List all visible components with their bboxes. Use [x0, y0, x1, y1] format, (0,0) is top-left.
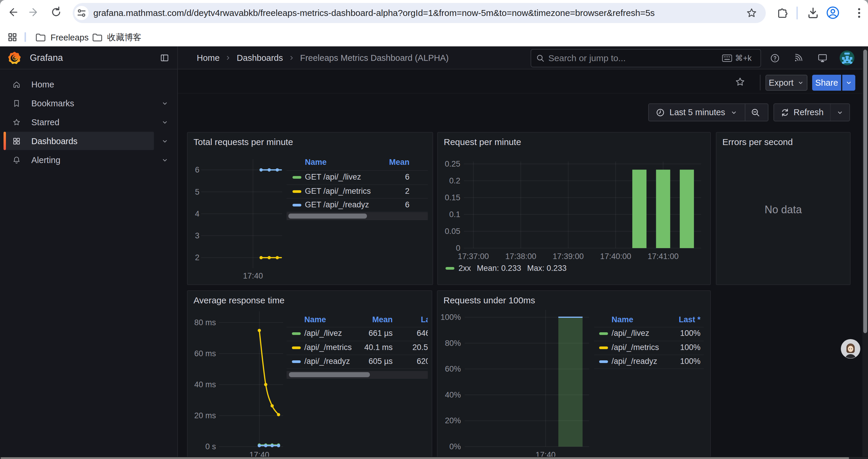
refresh-interval-button[interactable]	[831, 104, 849, 121]
panel-total-requests[interactable]: Total requests per minute 2345617:40 Nam…	[187, 132, 433, 285]
reload-icon[interactable]	[50, 6, 62, 18]
legend-col-name[interactable]: Name	[304, 315, 326, 324]
export-button[interactable]: Export	[766, 75, 807, 91]
series-marker	[445, 267, 454, 270]
org-avatar[interactable]	[840, 51, 855, 65]
svg-text:0.2: 0.2	[449, 176, 460, 185]
svg-text:0.05: 0.05	[445, 227, 460, 236]
chevron-down-icon[interactable]	[161, 119, 169, 126]
chevron-down-icon[interactable]	[161, 156, 169, 164]
help-icon[interactable]	[770, 54, 780, 63]
menu-kebab-icon[interactable]	[852, 6, 866, 20]
grafana-logo[interactable]	[8, 52, 21, 64]
legend-series-name[interactable]: /api/_/metrics	[304, 343, 352, 352]
chevron-down-icon[interactable]	[161, 100, 169, 107]
legend-series-name[interactable]: GET /api/_/livez	[305, 172, 361, 182]
svg-text:0.15: 0.15	[445, 193, 460, 202]
breadcrumb-dashboards[interactable]: Dashboards	[237, 53, 283, 63]
legend-col-name[interactable]: Name	[612, 315, 633, 324]
apps-grid-icon[interactable]	[8, 32, 17, 42]
legend-series-name[interactable]: /api/_/readyz	[612, 357, 657, 366]
legend-series-last: 100%	[680, 329, 701, 338]
legend-col-name[interactable]: Name	[305, 158, 327, 167]
bookmark-label: 收藏博客	[107, 32, 142, 43]
profile-icon[interactable]	[826, 6, 840, 20]
address-bar[interactable]: grafana.mathmast.com/d/deytv4rwavabkb/fr…	[73, 3, 766, 23]
favorite-star-icon[interactable]	[735, 76, 745, 87]
forward-icon[interactable]	[28, 6, 40, 18]
legend-col-mean[interactable]: Mean	[370, 315, 393, 324]
active-item-accent	[4, 132, 6, 150]
bookmark-star-icon[interactable]	[746, 7, 757, 19]
breadcrumb-home[interactable]: Home	[197, 53, 219, 63]
sidebar-item-dashboards[interactable]: Dashboards	[0, 132, 177, 151]
horizontal-scrollbar-thumb[interactable]	[1, 457, 849, 459]
sidebar-item-starred[interactable]: Starred	[0, 113, 177, 132]
dock-menu-icon[interactable]	[160, 53, 169, 63]
brand-name: Grafana	[30, 46, 63, 69]
panel-avg-response-time[interactable]: Average response time 0 s20 ms40 ms60 ms…	[187, 290, 432, 459]
legend-col-last[interactable]: Last *	[410, 315, 428, 324]
back-icon[interactable]	[6, 6, 18, 18]
controls-divider	[760, 75, 761, 90]
series-marker	[599, 360, 608, 363]
bookmark-folder-freeleaps[interactable]: Freeleaps	[35, 29, 89, 46]
export-label: Export	[769, 78, 794, 88]
vertical-scrollbar-thumb[interactable]	[863, 50, 867, 333]
download-icon[interactable]	[807, 6, 819, 20]
search-input[interactable]: Search or jump to... ⌘+k	[531, 49, 761, 67]
legend-scrollbar-thumb[interactable]	[289, 372, 370, 377]
svg-text:6: 6	[195, 165, 199, 174]
legend-row-divider	[286, 327, 428, 327]
legend-series-name[interactable]: /api/_/livez	[612, 329, 649, 338]
legend-max: Max: 0.233	[527, 264, 567, 273]
legend-col-mean[interactable]: Mean	[389, 158, 409, 167]
grafana-app: Grafana Home Bookmarks Starred	[0, 46, 868, 459]
news-rss-icon[interactable]	[794, 54, 803, 63]
legend-series-name[interactable]: GET /api/_/readyz	[305, 200, 369, 209]
floating-user-avatar[interactable]	[840, 339, 861, 359]
horizontal-scrollbar[interactable]	[0, 457, 868, 459]
legend-series-name[interactable]: /api/_/metrics	[612, 343, 659, 352]
legend-scrollbar-thumb[interactable]	[288, 214, 367, 219]
legend-series-last: 20.5 ms	[405, 343, 428, 352]
panel-title[interactable]: Errors per second	[722, 137, 793, 147]
site-info-button[interactable]	[74, 6, 89, 20]
refresh-button[interactable]: Refresh	[774, 104, 830, 121]
vertical-scrollbar[interactable]	[862, 46, 868, 457]
bookmark-folder-blogs[interactable]: 收藏博客	[92, 29, 142, 46]
sidebar-item-label: Home	[31, 75, 54, 94]
breadcrumb-sep-icon	[225, 55, 231, 61]
svg-text:60%: 60%	[445, 364, 461, 373]
folder-icon	[35, 33, 46, 42]
panel-requests-under-100ms[interactable]: Requests under 100ms 0%20%40%60%80%100%1…	[437, 290, 711, 459]
sidebar-item-home[interactable]: Home	[0, 75, 177, 94]
legend-series-name[interactable]: 2xx	[459, 264, 471, 273]
chevron-down-icon[interactable]	[161, 137, 169, 145]
share-button[interactable]: Share	[812, 75, 841, 91]
chart-canvas[interactable]: 00.050.10.150.20.2517:37:0017:38:0017:39…	[438, 133, 711, 286]
panel-errors-per-second[interactable]: Errors per second No data	[716, 132, 850, 285]
legend-series-name[interactable]: /api/_/readyz	[304, 357, 350, 366]
dashboard-controls: Export Share	[178, 70, 868, 93]
extensions-icon[interactable]	[776, 6, 788, 20]
svg-text:17:40:00: 17:40:00	[600, 252, 631, 261]
legend-row-divider	[286, 212, 428, 212]
svg-text:5: 5	[195, 188, 199, 196]
legend-series-mean: 6	[405, 200, 409, 209]
series-marker	[292, 204, 301, 206]
side-navigation: Grafana Home Bookmarks Starred	[0, 46, 178, 457]
legend-col-last[interactable]: Last *	[679, 315, 701, 324]
sidebar-item-bookmarks[interactable]: Bookmarks	[0, 94, 177, 113]
panel-request-per-minute[interactable]: Request per minute 00.050.10.150.20.2517…	[437, 132, 711, 285]
zoom-out-button[interactable]	[745, 104, 766, 121]
legend-series-name[interactable]: /api/_/livez	[304, 329, 342, 338]
monitor-icon[interactable]	[817, 53, 828, 63]
sidebar-item-alerting[interactable]: Alerting	[0, 151, 177, 169]
svg-text:0%: 0%	[450, 442, 461, 451]
time-range-button[interactable]: Last 5 minutes	[649, 104, 745, 121]
legend-series-name[interactable]: GET /api/_/metrics	[305, 187, 371, 196]
screenshot-stage: grafana.mathmast.com/d/deytv4rwavabkb/fr…	[0, 0, 868, 459]
share-menu-button[interactable]	[842, 75, 855, 91]
sidebar-item-label: Alerting	[31, 151, 60, 169]
